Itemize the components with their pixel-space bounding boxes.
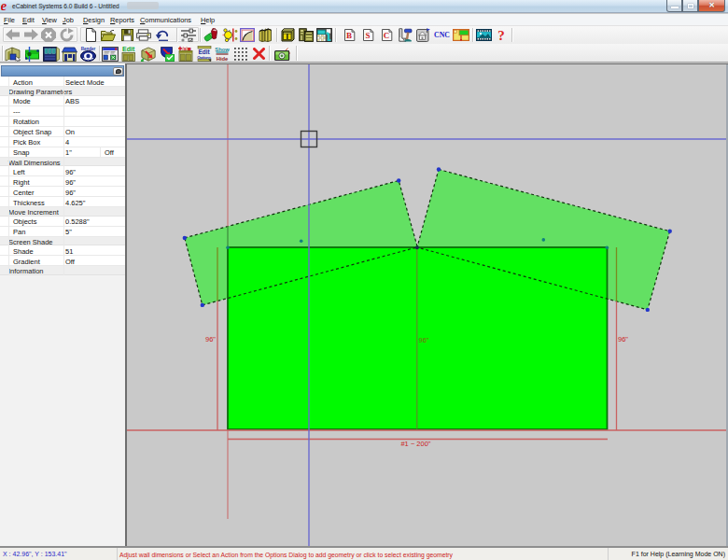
svg-text:96": 96" [618,334,628,343]
svg-text:96": 96" [204,334,215,343]
svg-text:B: B [346,31,352,40]
svg-text:Hide: Hide [217,56,229,62]
svg-text:S: S [365,31,370,40]
svg-text:96": 96" [418,335,428,343]
svg-text:Show: Show [215,47,230,52]
svg-text:Edit: Edit [122,46,135,52]
svg-text:#1 ~ 200": #1 ~ 200" [400,439,430,447]
svg-text:C: C [384,31,390,40]
svg-text:CNC: CNC [434,31,450,39]
svg-text:Options: Options [197,55,212,60]
svg-text:Render: Render [81,47,96,51]
svg-text:e: e [1,0,7,12]
svg-text:✚/a/▦: ✚/a/▦ [178,46,191,51]
svg-text:?: ? [497,28,505,42]
